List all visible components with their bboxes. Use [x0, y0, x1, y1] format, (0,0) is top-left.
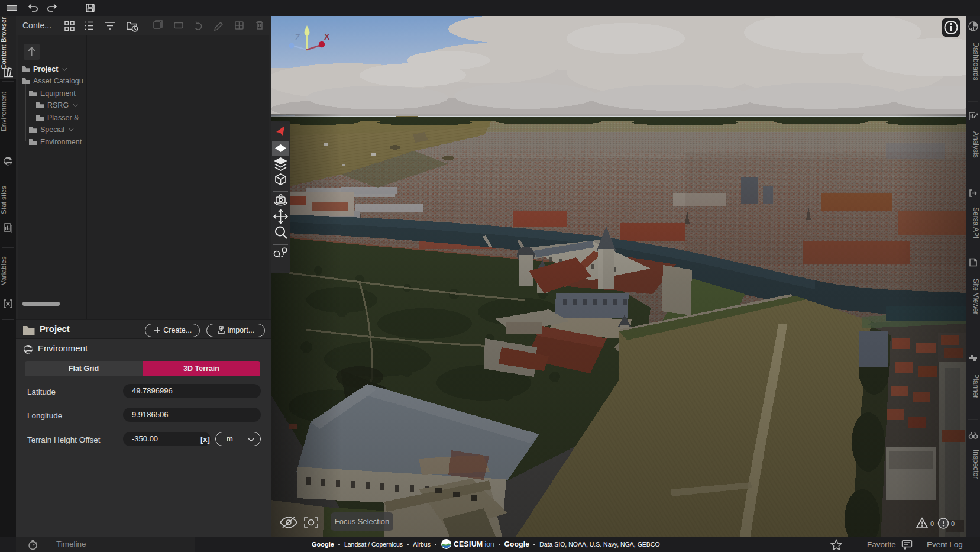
svg-text:0: 0 [951, 520, 955, 527]
svg-text:0: 0 [930, 520, 934, 527]
svg-text:X: X [324, 32, 330, 41]
svg-text:Z: Z [295, 33, 300, 42]
